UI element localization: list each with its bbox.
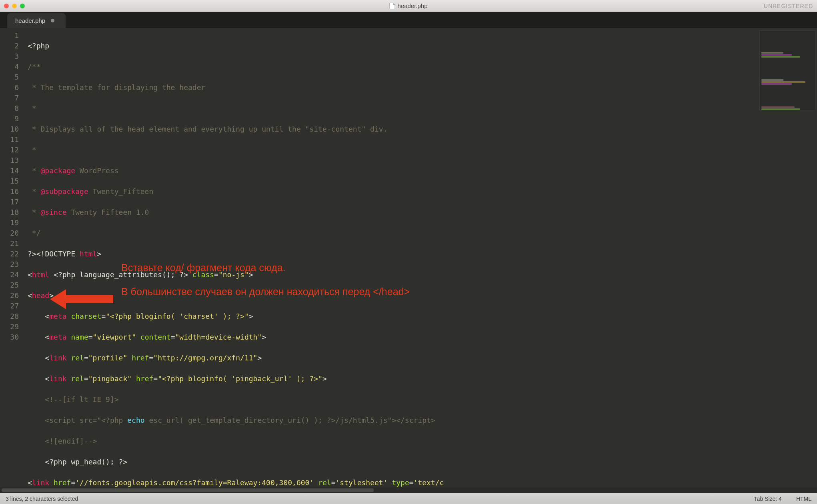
horizontal-scrollbar[interactable] bbox=[0, 487, 817, 493]
code-line[interactable]: <link href='//fonts.googleapis.com/css?f… bbox=[22, 478, 817, 487]
code-line[interactable]: <link rel="pingback" href="<?php bloginf… bbox=[22, 374, 817, 384]
statusbar: 3 lines, 2 characters selected Tab Size:… bbox=[0, 493, 817, 504]
editor-area[interactable]: 1234567891011121314151617181920212223242… bbox=[0, 28, 817, 487]
code-area[interactable]: <?php /** * The template for displaying … bbox=[22, 28, 817, 487]
line-number[interactable]: 4 bbox=[0, 62, 19, 72]
code-line[interactable]: <?php wp_head(); ?> bbox=[22, 457, 817, 467]
line-number[interactable]: 3 bbox=[0, 51, 19, 62]
line-number[interactable]: 1 bbox=[0, 30, 19, 41]
line-number[interactable]: 23 bbox=[0, 259, 19, 270]
code-line[interactable]: * The template for displaying the header bbox=[22, 82, 817, 93]
line-number[interactable]: 11 bbox=[0, 134, 19, 145]
tabs-bar: header.php bbox=[0, 12, 817, 28]
modified-dot-icon bbox=[51, 19, 54, 22]
line-gutter[interactable]: 1234567891011121314151617181920212223242… bbox=[0, 28, 22, 487]
status-syntax[interactable]: HTML bbox=[796, 496, 811, 502]
close-icon[interactable] bbox=[4, 4, 9, 8]
code-line[interactable]: * bbox=[22, 145, 817, 155]
code-line[interactable]: /** bbox=[22, 62, 817, 72]
line-number[interactable]: 27 bbox=[0, 301, 19, 311]
line-number[interactable]: 6 bbox=[0, 82, 19, 93]
traffic-lights bbox=[4, 4, 25, 8]
registration-label: UNREGISTERED bbox=[764, 3, 813, 9]
line-number[interactable]: 12 bbox=[0, 145, 19, 155]
line-number[interactable]: 29 bbox=[0, 322, 19, 332]
line-number[interactable]: 2 bbox=[0, 41, 19, 51]
code-line[interactable]: <!--[if lt IE 9]> bbox=[22, 394, 817, 405]
code-line[interactable]: * @package WordPress bbox=[22, 166, 817, 176]
code-line[interactable]: <meta name="viewport" content="width=dev… bbox=[22, 332, 817, 342]
code-line[interactable]: * @subpackage Twenty_Fifteen bbox=[22, 186, 817, 197]
line-number[interactable]: 18 bbox=[0, 207, 19, 218]
line-number[interactable]: 19 bbox=[0, 218, 19, 228]
code-line[interactable]: <?php bbox=[22, 41, 817, 51]
code-line[interactable]: * Displays all of the head element and e… bbox=[22, 124, 817, 134]
line-number[interactable]: 24 bbox=[0, 270, 19, 280]
scrollbar-thumb[interactable] bbox=[2, 488, 374, 492]
titlebar-title: header.php bbox=[389, 2, 427, 9]
code-line[interactable]: <![endif]--> bbox=[22, 436, 817, 446]
titlebar-filename: header.php bbox=[397, 2, 427, 9]
line-number[interactable]: 21 bbox=[0, 238, 19, 249]
line-number[interactable]: 13 bbox=[0, 155, 19, 166]
maximize-icon[interactable] bbox=[20, 4, 25, 8]
code-line[interactable]: <link rel="profile" href="http://gmpg.or… bbox=[22, 353, 817, 363]
line-number[interactable]: 5 bbox=[0, 72, 19, 82]
code-line[interactable]: <script src="<?php echo esc_url( get_tem… bbox=[22, 415, 817, 426]
line-number[interactable]: 25 bbox=[0, 280, 19, 290]
code-line[interactable]: ?><!DOCTYPE html> bbox=[22, 249, 817, 259]
file-icon bbox=[389, 3, 395, 9]
tab-header-php[interactable]: header.php bbox=[7, 13, 66, 28]
line-number[interactable]: 26 bbox=[0, 290, 19, 301]
tab-label: header.php bbox=[15, 17, 45, 24]
line-number[interactable]: 17 bbox=[0, 197, 19, 207]
line-number[interactable]: 7 bbox=[0, 93, 19, 103]
editor-window: header.php UNREGISTERED header.php 12345… bbox=[0, 0, 817, 504]
code-line[interactable]: */ bbox=[22, 228, 817, 238]
line-number[interactable]: 30 bbox=[0, 332, 19, 342]
code-line[interactable]: * bbox=[22, 103, 817, 114]
line-number[interactable]: 9 bbox=[0, 114, 19, 124]
line-number[interactable]: 15 bbox=[0, 176, 19, 186]
code-line[interactable]: <meta charset="<?php bloginfo( 'charset'… bbox=[22, 311, 817, 322]
line-number[interactable]: 16 bbox=[0, 186, 19, 197]
line-number[interactable]: 10 bbox=[0, 124, 19, 134]
minimap[interactable] bbox=[759, 30, 815, 110]
line-number[interactable]: 28 bbox=[0, 311, 19, 322]
code-line[interactable]: <head> bbox=[22, 290, 817, 301]
code-line[interactable]: * @since Twenty Fifteen 1.0 bbox=[22, 207, 817, 218]
line-number[interactable]: 8 bbox=[0, 103, 19, 114]
line-number[interactable]: 14 bbox=[0, 166, 19, 176]
status-tabsize[interactable]: Tab Size: 4 bbox=[754, 496, 782, 502]
minimize-icon[interactable] bbox=[12, 4, 17, 8]
code-line[interactable]: <html <?php language_attributes(); ?> cl… bbox=[22, 270, 817, 280]
line-number[interactable]: 20 bbox=[0, 228, 19, 238]
titlebar[interactable]: header.php UNREGISTERED bbox=[0, 0, 817, 12]
status-selection: 3 lines, 2 characters selected bbox=[6, 496, 78, 502]
line-number[interactable]: 22 bbox=[0, 249, 19, 259]
